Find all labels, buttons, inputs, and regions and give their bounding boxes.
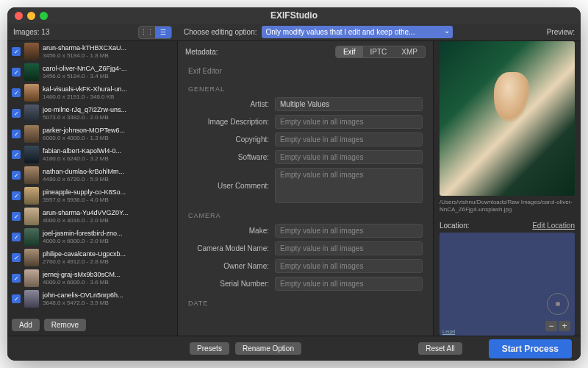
list-item[interactable]: ✓joe-milne-rJq_q7i2Zrw-uns...5073.0 x 33… xyxy=(7,103,177,124)
thumbnail xyxy=(24,43,39,60)
editing-option-label: Choose editing option: xyxy=(184,28,257,36)
make-label: Make: xyxy=(188,227,269,235)
owner-name-field[interactable]: Empty value in all images xyxy=(275,259,423,273)
rename-option-button[interactable]: Rename Option xyxy=(235,342,301,355)
window-title: EXIFStudio xyxy=(7,10,581,21)
editing-option-select[interactable]: Only modify values that I edit and keep … xyxy=(262,26,453,38)
checkbox-icon[interactable]: ✓ xyxy=(12,130,21,138)
checkbox-icon[interactable]: ✓ xyxy=(12,212,21,221)
file-info: 3456.0 x 5184.0 - 3.4 MB xyxy=(43,73,173,80)
exif-editor[interactable]: Exif Editor GENERAL Artist:Multiple Valu… xyxy=(178,63,433,336)
list-item[interactable]: ✓jernej-graj-sMx9b30sCM...4000.0 x 6000.… xyxy=(7,268,177,289)
file-name: arun-sharma-kTHBXCXaU... xyxy=(43,44,173,52)
artist-label: Artist: xyxy=(188,100,269,108)
thumbnail xyxy=(24,228,39,246)
artist-field[interactable]: Multiple Values xyxy=(275,97,423,111)
preview-label: Preview: xyxy=(547,28,575,36)
file-info: 5073.0 x 3382.0 - 2.0 MB xyxy=(43,114,173,121)
close-icon[interactable] xyxy=(15,12,23,20)
list-item[interactable]: ✓joel-jasmin-forestbird-zno...4000.0 x 6… xyxy=(7,227,177,247)
checkbox-icon[interactable]: ✓ xyxy=(12,150,21,159)
body: ✓arun-sharma-kTHBXCXaU...3456.0 x 5184.0… xyxy=(7,41,581,336)
images-count-label: Images: 13 xyxy=(13,28,49,36)
checkbox-icon[interactable]: ✓ xyxy=(12,191,21,200)
minimize-icon[interactable] xyxy=(27,12,35,20)
list-item[interactable]: ✓parker-johnson-MOPTew6...6000.0 x 4000.… xyxy=(7,124,177,144)
zoom-out-button[interactable]: − xyxy=(545,321,557,331)
add-button[interactable]: Add xyxy=(12,319,40,331)
section-camera: CAMERA xyxy=(188,212,423,219)
list-item[interactable]: ✓pineapple-supply-co-K8So...3957.0 x 593… xyxy=(7,185,177,206)
list-item[interactable]: ✓john-canelis-OVLn5nrp6h...3648.0 x 5472… xyxy=(7,289,177,309)
list-item[interactable]: ✓nathan-dumlao-krBohlMm...4480.0 x 6720.… xyxy=(7,165,177,185)
grid-view-icon[interactable]: ⋮⋮ xyxy=(139,26,155,38)
section-general: GENERAL xyxy=(188,85,423,93)
thumbnail xyxy=(24,208,39,225)
zoom-icon[interactable] xyxy=(40,12,48,20)
copyright-field[interactable]: Empty value in all images xyxy=(275,132,423,146)
view-mode-toggle: ⋮⋮ ☰ xyxy=(138,26,172,39)
list-item[interactable]: ✓kal-visuals-vkFK-Xhural-un...1460.0 x 2… xyxy=(7,82,177,103)
list-item[interactable]: ✓arun-sharma-Yu4dVVGZ0Y...4000.0 x 4016.… xyxy=(7,206,177,227)
thumbnail xyxy=(24,249,39,266)
checkbox-icon[interactable]: ✓ xyxy=(12,88,21,97)
tab-iptc[interactable]: IPTC xyxy=(363,46,395,57)
image-description-field[interactable]: Empty value in all images xyxy=(275,115,423,129)
checkbox-icon[interactable]: ✓ xyxy=(12,274,21,283)
serial-number-label: Serial Number: xyxy=(188,280,269,288)
list-view-icon[interactable]: ☰ xyxy=(155,26,171,38)
metadata-panel: Metadata: Exif IPTC XMP Exif Editor GENE… xyxy=(178,41,434,336)
list-item[interactable]: ✓philipe-cavalcante-Ugpcxb...2760.0 x 49… xyxy=(7,247,177,268)
checkbox-icon[interactable]: ✓ xyxy=(12,294,21,303)
metadata-label: Metadata: xyxy=(185,48,218,56)
checkbox-icon[interactable]: ✓ xyxy=(12,47,21,56)
thumbnail xyxy=(24,63,39,81)
tab-xmp[interactable]: XMP xyxy=(394,46,425,57)
make-field[interactable]: Empty value in all images xyxy=(275,224,423,238)
user-comment-field[interactable]: Empty value in all images xyxy=(275,168,423,203)
file-name: carol-oliver-NnCA_Z6Fjg4-... xyxy=(43,65,173,73)
list-item[interactable]: ✓arun-sharma-kTHBXCXaU...3456.0 x 5184.0… xyxy=(7,41,177,62)
location-map[interactable]: − + Legal xyxy=(440,233,575,336)
reset-all-button[interactable]: Reset All xyxy=(418,342,462,355)
owner-name-label: Owner Name: xyxy=(188,262,269,270)
file-info: 6000.0 x 4000.0 - 1.3 MB xyxy=(43,135,173,142)
file-info: 1460.0 x 2191.0 - 348.0 KB xyxy=(43,93,173,101)
start-process-button[interactable]: Start Process xyxy=(489,339,572,358)
preview-image xyxy=(440,41,575,196)
serial-number-field[interactable]: Empty value in all images xyxy=(275,277,423,291)
editor-title: Exif Editor xyxy=(188,63,423,77)
software-field[interactable]: Empty value in all images xyxy=(275,150,423,164)
checkbox-icon[interactable]: ✓ xyxy=(12,171,21,180)
file-name: fabian-albert-KapolWl4-0... xyxy=(43,147,173,155)
file-name: kal-visuals-vkFK-Xhural-un... xyxy=(43,85,173,93)
tab-exif[interactable]: Exif xyxy=(336,46,363,57)
file-info: 4000.0 x 6000.0 - 3.6 MB xyxy=(43,279,173,286)
location-label: Location: xyxy=(440,222,470,230)
list-item[interactable]: ✓carol-oliver-NnCA_Z6Fjg4-...3456.0 x 51… xyxy=(7,62,177,82)
remove-button[interactable]: Remove xyxy=(44,319,86,331)
compass-icon[interactable] xyxy=(547,293,569,315)
file-name: parker-johnson-MOPTew6... xyxy=(43,127,173,135)
file-info: 4480.0 x 6720.0 - 5.9 MB xyxy=(43,176,173,183)
map-legal-link[interactable]: Legal xyxy=(442,329,455,334)
camera-model-field[interactable]: Empty value in all images xyxy=(275,241,423,255)
file-name: jernej-graj-sMx9b30sCM... xyxy=(43,271,173,279)
footer: Presets Rename Option Reset All Start Pr… xyxy=(7,336,581,361)
list-item[interactable]: ✓fabian-albert-KapolWl4-0...4160.0 x 624… xyxy=(7,144,177,165)
metadata-tabs: Exif IPTC XMP xyxy=(335,46,426,58)
image-list[interactable]: ✓arun-sharma-kTHBXCXaU...3456.0 x 5184.0… xyxy=(7,41,177,314)
preview-path: /Users/vishnu/Downloads/Raw Images/carol… xyxy=(440,196,575,217)
checkbox-icon[interactable]: ✓ xyxy=(12,109,21,118)
checkbox-icon[interactable]: ✓ xyxy=(12,253,21,262)
file-info: 4000.0 x 6000.0 - 2.0 MB xyxy=(43,238,173,245)
checkbox-icon[interactable]: ✓ xyxy=(12,68,21,77)
zoom-in-button[interactable]: + xyxy=(559,321,570,331)
file-name: arun-sharma-Yu4dVVGZ0Y... xyxy=(43,209,173,217)
thumbnail xyxy=(24,84,39,102)
checkbox-icon[interactable]: ✓ xyxy=(12,233,21,241)
presets-button[interactable]: Presets xyxy=(190,342,229,355)
edit-location-link[interactable]: Edit Location xyxy=(532,222,575,230)
file-name: joel-jasmin-forestbird-zno... xyxy=(43,230,173,238)
file-info: 3648.0 x 5472.0 - 3.5 MB xyxy=(43,300,173,307)
